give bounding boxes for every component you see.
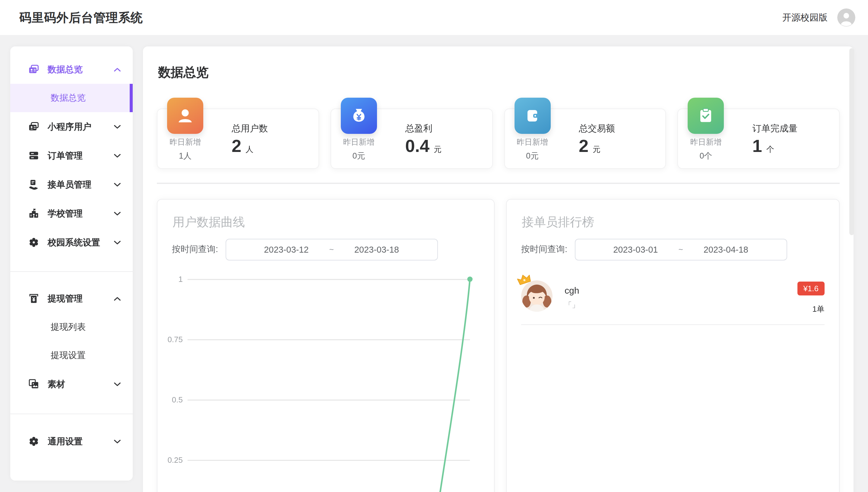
orders-icon bbox=[28, 150, 39, 161]
stat-card-total-users: 昨日新增 1人 总用户数 2人 bbox=[157, 108, 319, 169]
rank-order-count: 1单 bbox=[797, 304, 825, 315]
stat-value: 2元 bbox=[579, 136, 601, 156]
sidebar-item-label: 数据总览 bbox=[48, 64, 82, 75]
yesterday-label: 昨日新增 bbox=[681, 137, 731, 148]
campus-settings-icon bbox=[28, 237, 39, 248]
query-row: 按时间查询: 2023-03-01 ~ 2023-04-18 bbox=[521, 238, 825, 261]
data-overview-icon bbox=[28, 64, 39, 75]
stat-icon-tile bbox=[514, 98, 550, 134]
chevron-down-icon bbox=[114, 153, 121, 158]
sidebar-subitem-withdraw-settings[interactable]: 提现设置 bbox=[10, 341, 133, 370]
sidebar-item-courier-manage[interactable]: 接单员管理 bbox=[10, 170, 133, 199]
chart-canvas bbox=[172, 269, 480, 492]
yesterday-block: 昨日新增 0元 bbox=[507, 137, 558, 162]
chart-date-range-picker[interactable]: 2023-03-12 ~ 2023-03-18 bbox=[225, 239, 438, 260]
chevron-up-icon bbox=[114, 296, 121, 300]
edition-label: 开源校园版 bbox=[782, 12, 827, 23]
ranking-date-range-picker[interactable]: 2023-03-01 ~ 2023-04-18 bbox=[575, 239, 787, 260]
sidebar-item-label: 通用设置 bbox=[48, 436, 82, 447]
girl-avatar-illustration bbox=[521, 280, 553, 312]
header-right: 开源校园版 bbox=[782, 8, 855, 27]
chevron-up-icon bbox=[114, 67, 121, 71]
wallet-icon bbox=[522, 105, 542, 126]
sidebar-item-label: 提现管理 bbox=[48, 293, 82, 304]
date-separator: ~ bbox=[329, 245, 334, 254]
yesterday-value: 0元 bbox=[334, 151, 384, 162]
query-label: 按时间查询: bbox=[172, 244, 218, 255]
app-title: 码里码外后台管理系统 bbox=[19, 9, 143, 26]
sidebar-subitem-label: 提现列表 bbox=[51, 321, 86, 333]
panel-title: 用户数据曲线 bbox=[172, 214, 480, 231]
sidebar-item-label: 接单员管理 bbox=[48, 179, 91, 190]
app: 码里码外后台管理系统 开源校园版 数据总览 bbox=[0, 0, 868, 492]
yesterday-block: 昨日新增 0元 bbox=[334, 137, 384, 162]
sidebar-item-withdraw-manage[interactable]: 提现管理 bbox=[10, 284, 133, 313]
stat-label: 总盈利 bbox=[405, 123, 433, 134]
sidebar-item-campus-settings[interactable]: 校园系统设置 bbox=[10, 228, 133, 257]
stat-icon-tile bbox=[167, 98, 203, 134]
date-separator: ~ bbox=[678, 245, 683, 254]
panel-title: 接单员排行榜 bbox=[522, 214, 825, 231]
sidebar-item-label: 小程序用户 bbox=[48, 121, 91, 132]
sidebar-item-miniprogram-users[interactable]: 小程序用户 bbox=[10, 112, 133, 141]
chart-data-point bbox=[467, 276, 473, 282]
withdraw-icon bbox=[28, 293, 39, 304]
yesterday-label: 昨日新增 bbox=[160, 137, 211, 148]
yesterday-block: 昨日新增 1人 bbox=[160, 137, 211, 162]
school-icon bbox=[28, 208, 39, 219]
yesterday-label: 昨日新增 bbox=[334, 137, 384, 148]
stat-value: 1个 bbox=[752, 136, 774, 156]
main-panel: 数据总览 昨日新增 1人 总用户数 2人 bbox=[143, 46, 853, 492]
rank-info: cgh 「」 bbox=[564, 280, 579, 311]
stat-label: 总用户数 bbox=[232, 123, 268, 134]
stat-label: 订单完成量 bbox=[752, 123, 798, 134]
courier-manage-icon bbox=[28, 179, 39, 190]
person-icon bbox=[837, 8, 855, 27]
query-row: 按时间查询: 2023-03-12 ~ 2023-03-18 bbox=[172, 238, 480, 261]
stats-row: 昨日新增 1人 总用户数 2人 bbox=[157, 108, 840, 169]
stat-unit: 个 bbox=[766, 145, 774, 154]
rank-subtitle: 「」 bbox=[564, 300, 579, 311]
user-icon bbox=[175, 105, 195, 126]
general-settings-icon bbox=[28, 436, 39, 447]
sidebar-item-orders[interactable]: 订单管理 bbox=[10, 141, 133, 170]
stat-icon-tile bbox=[341, 98, 377, 134]
chevron-down-icon bbox=[114, 439, 121, 443]
sidebar-item-label: 学校管理 bbox=[48, 208, 82, 219]
stat-value: 0.4元 bbox=[405, 136, 442, 156]
sidebar-item-school-manage[interactable]: 学校管理 bbox=[10, 199, 133, 228]
chevron-down-icon bbox=[114, 124, 121, 129]
stat-label: 总交易额 bbox=[579, 123, 615, 134]
sidebar-subitem-withdraw-list[interactable]: 提现列表 bbox=[10, 313, 133, 341]
date-start: 2023-03-12 bbox=[264, 245, 309, 254]
section-divider bbox=[157, 183, 840, 184]
sidebar-subitem-data-overview[interactable]: 数据总览 bbox=[10, 84, 133, 112]
chevron-down-icon bbox=[114, 240, 121, 245]
sidebar-item-label: 校园系统设置 bbox=[48, 237, 100, 248]
viewport: 码里码外后台管理系统 开源校园版 数据总览 bbox=[0, 0, 868, 492]
page-scrollbar[interactable] bbox=[849, 48, 854, 235]
date-end: 2023-03-18 bbox=[354, 245, 399, 254]
stat-icon-tile bbox=[688, 98, 724, 134]
yesterday-label: 昨日新增 bbox=[507, 137, 558, 148]
stat-unit: 元 bbox=[593, 145, 601, 154]
stat-card-total-profit: 昨日新增 0元 总盈利 0.4元 bbox=[331, 108, 493, 169]
chevron-down-icon bbox=[114, 182, 121, 187]
user-chart-panel: 用户数据曲线 按时间查询: 2023-03-12 ~ 2023-03-18 1 … bbox=[157, 199, 495, 492]
avatar-image bbox=[521, 280, 553, 312]
query-label: 按时间查询: bbox=[521, 244, 567, 255]
ranking-panel: 接单员排行榜 按时间查询: 2023-03-01 ~ 2023-04-18 bbox=[506, 199, 840, 492]
sidebar-subitem-label: 提现设置 bbox=[51, 350, 86, 361]
sidebar-item-label: 订单管理 bbox=[48, 150, 82, 161]
rank-right: ¥1.6 1单 bbox=[797, 280, 825, 315]
chevron-down-icon bbox=[114, 382, 121, 386]
header: 码里码外后台管理系统 开源校园版 bbox=[0, 0, 868, 35]
sidebar-divider bbox=[10, 414, 133, 414]
sidebar-item-data-overview[interactable]: 数据总览 bbox=[10, 55, 133, 84]
sidebar-divider bbox=[10, 271, 133, 272]
sidebar-item-general-settings[interactable]: 通用设置 bbox=[10, 427, 133, 456]
sidebar-item-media[interactable]: 素材 bbox=[10, 370, 133, 398]
yesterday-value: 1人 bbox=[160, 151, 211, 162]
stat-card-completed-orders: 昨日新增 0个 订单完成量 1个 bbox=[678, 108, 840, 169]
user-avatar[interactable] bbox=[837, 8, 855, 27]
